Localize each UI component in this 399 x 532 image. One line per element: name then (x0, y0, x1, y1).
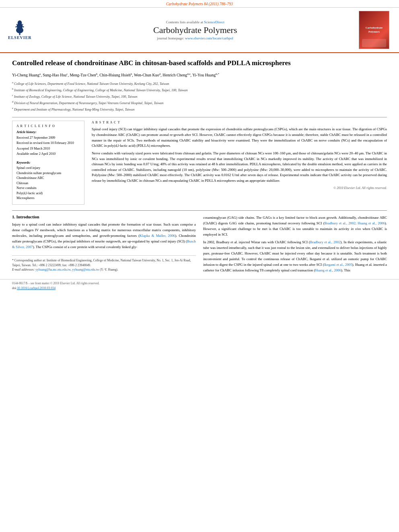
journal-homepage: journal homepage: www.elsevier.com/locat… (32, 36, 359, 40)
journal-homepage-link[interactable]: www.elsevier.com/locate/carbpol (185, 36, 233, 40)
article-info-title: A R T I C L E I N F O (16, 124, 80, 128)
keyword-6: Poly(d,l-lactic acid) (16, 191, 80, 195)
elsevier-tree-icon (12, 20, 28, 35)
article-body: Controlled release of chondroitinase ABC… (0, 53, 399, 275)
email-link-2[interactable]: yyhuang@ntu.edu.tw (72, 268, 99, 271)
journal-cover-image: Carbohydrate Polymers (359, 11, 389, 49)
authors-line: Yi-Cheng Huanga, Sung-Hao Hsuc, Meng-Tze… (12, 72, 387, 78)
svg-point-7 (18, 21, 22, 25)
available-date: Available online 2 April 2010 (16, 152, 80, 156)
keyword-3: Chondroitinase ABC (16, 176, 80, 180)
abstract-title: A B S T R A C T (92, 121, 387, 124)
section-1-heading: 1. Introduction (12, 215, 196, 219)
svg-point-11 (23, 24, 23, 25)
introduction-section: 1. Introduction Injury to a spinal cord … (12, 215, 387, 275)
keyword-2: Chondroitin sulfate proteoglycans (16, 171, 80, 175)
issn-line: 0144-8617/$ – see front matter © 2010 El… (12, 281, 99, 285)
intro-right-col: cosaminoglycan (GAG) side chains. The GA… (203, 215, 387, 275)
footnote-section: * Corresponding author at: Institute of … (12, 255, 196, 272)
sd-right: Carbohydrate Polymers (359, 11, 391, 49)
intro-paragraph-right-1: cosaminoglycan (GAG) side chains. The GA… (203, 215, 387, 237)
section-divider (12, 210, 387, 211)
received-date: Received 27 September 2009 (16, 136, 80, 140)
affiliations: a College of Life Sciences, Department o… (12, 80, 387, 112)
info-abstract-section: A R T I C L E I N F O Article history: R… (12, 121, 387, 204)
svg-point-8 (16, 26, 17, 27)
elsevier-wordmark: ELSEVIER (8, 35, 32, 40)
keywords-label: Keywords: (16, 160, 80, 165)
journal-title: Carbohydrate Polymers (32, 25, 359, 35)
intro-left-col: 1. Introduction Injury to a spinal cord … (12, 215, 196, 275)
bottom-bar: 0144-8617/$ – see front matter © 2010 El… (0, 279, 399, 292)
sd-center: Contents lists available at ScienceDirec… (32, 20, 359, 40)
doi-line: doi:10.1016/j.carbpol.2010.03.034 (12, 286, 99, 290)
svg-point-9 (23, 26, 24, 27)
sciencedirect-link[interactable]: ScienceDirect (204, 20, 224, 24)
copyright-line: © 2010 Elsevier Ltd. All rights reserved… (92, 186, 387, 190)
keywords-section: Keywords: Spinal cord injury Chondroitin… (16, 160, 80, 201)
journal-cover-title: Carbohydrate Polymers (364, 25, 384, 35)
citation-busch[interactable]: Busch & Silver, 2007 (12, 239, 196, 249)
citation-bradbury-2002[interactable]: Bradbury et al., 2002 (310, 240, 341, 244)
keyword-5: Nerve conduits (16, 186, 80, 190)
journal-header-bar: Carbohydrate Polymers 84 (2011) 788–793 (0, 0, 399, 8)
svg-point-10 (16, 24, 17, 25)
journal-ref-text: Carbohydrate Polymers 84 (2011) 788–793 (166, 2, 233, 6)
intro-paragraph-right-2: In 2002, Bradbury et al. injected Wistar… (203, 239, 387, 273)
history-label: Article history: (16, 130, 80, 134)
intro-paragraph-1: Injury to a spinal cord can induce inhib… (12, 222, 196, 250)
citation-bradbury-huang[interactable]: Bradbury et al., 2002; Huang et al., 200… (325, 221, 385, 225)
email-link-1[interactable]: yyhuang@ha.mc.ntu.edu.tw (35, 268, 70, 271)
journal-cover-decoration (362, 39, 386, 47)
footnote-email: E-mail addresses: yyhuang@ha.mc.ntu.edu.… (12, 267, 196, 272)
retained-word: retained (196, 162, 207, 166)
abstract-text-2: Nerve conduits with variously sized pore… (92, 151, 387, 184)
article-info-box: A R T I C L E I N F O Article history: R… (12, 121, 84, 204)
article-title: Controlled release of chondroitinase ABC… (12, 59, 387, 68)
revised-date: Received in revised form 10 February 201… (16, 141, 80, 145)
accepted-date: Accepted 19 March 2010 (16, 146, 80, 151)
sd-left: ELSEVIER (8, 20, 32, 40)
sciencedirect-banner: ELSEVIER Contents lists available at Sci… (0, 8, 399, 53)
elsevier-logo: ELSEVIER (8, 20, 32, 40)
keyword-1: Spinal cord injury (16, 166, 80, 170)
issn-text: 0144-8617/$ – see front matter © 2010 El… (12, 281, 99, 290)
contents-available-line: Contents lists available at ScienceDirec… (32, 20, 359, 24)
citation-ikegami[interactable]: Ikegami et al., 2005 (324, 263, 352, 267)
abstract-text-1: Spinal cord injury (SCI) can trigger inh… (92, 127, 387, 149)
doi-link[interactable]: 10.1016/j.carbpol.2010.03.034 (17, 286, 56, 290)
keyword-4: Chitosan (16, 181, 80, 185)
abstract-column: A B S T R A C T Spinal cord injury (SCI)… (92, 121, 387, 204)
citation-huang-2006[interactable]: Huang et al., 2006 (315, 268, 341, 272)
footnote-corresponding: * Corresponding author at: Institute of … (12, 258, 196, 267)
divider-after-affiliations (12, 117, 387, 117)
citation-klapka[interactable]: Klapka & Muller, 2006 (140, 234, 175, 238)
keyword-7: Microspheres (16, 196, 80, 200)
